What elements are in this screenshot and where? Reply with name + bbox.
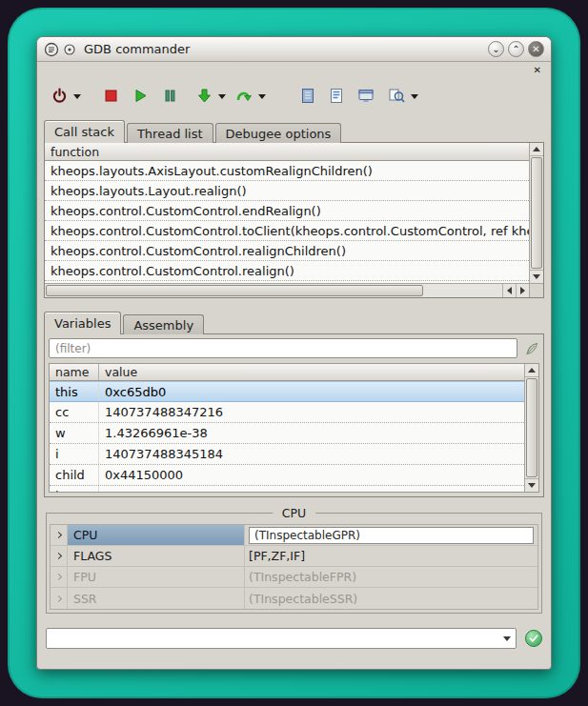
stack-frame-row[interactable]: kheops.control.CustomControl.toClient(kh… (45, 221, 529, 241)
memory-viewer-button[interactable] (355, 83, 377, 108)
scroll-up-icon[interactable] (525, 364, 538, 377)
call-stack-header: function (45, 143, 529, 161)
gdb-command-input[interactable] (47, 629, 498, 648)
cpu-row-fpu[interactable]: FPU (TInspectableFPR) (51, 567, 537, 588)
filter-input[interactable] (49, 338, 517, 358)
register-group-value: (TInspectableFPR) (245, 567, 537, 587)
scroll-down-icon[interactable] (525, 478, 538, 492)
expand-icon[interactable] (51, 588, 68, 609)
variable-row[interactable]: b 1.43266961e-38 (50, 486, 524, 492)
window-controls: ⌄ ⌃ ✕ (488, 41, 544, 57)
step-into-icon (196, 88, 213, 104)
watch-inspector-button[interactable] (385, 83, 408, 108)
variable-name: child (50, 465, 99, 485)
cpu-row-gpr[interactable]: CPU (TInspectableGPR) (51, 525, 537, 546)
variables-vertical-scrollbar[interactable] (524, 364, 538, 492)
expand-icon[interactable] (51, 525, 68, 545)
command-bar (46, 628, 542, 649)
variables-tabbar: Variables Assembly (37, 312, 551, 334)
watch-inspector-icon (388, 88, 405, 104)
step-into-dropdown-icon[interactable] (218, 94, 226, 99)
step-over-icon (235, 88, 253, 104)
expand-icon[interactable] (51, 546, 68, 566)
variable-name: i (50, 444, 99, 464)
pause-icon (162, 88, 178, 104)
scroll-right-icon[interactable] (516, 284, 529, 297)
call-stack-horizontal-scrollbar[interactable] (45, 283, 529, 297)
register-group-name[interactable]: FPU (68, 567, 245, 587)
instruction-list-icon (329, 88, 344, 104)
titlebar: GDB commander ⌄ ⌃ ✕ (37, 37, 551, 62)
run-button[interactable] (130, 83, 152, 108)
cpu-row-flags[interactable]: FLAGS [PF,ZF,IF] (51, 546, 537, 567)
stack-frame-row[interactable]: kheops.control.CustomControl.endRealign(… (45, 201, 529, 221)
stop-button[interactable] (100, 83, 122, 108)
cpu-row-ssr[interactable]: SSR (TInspectableSSR) (51, 588, 537, 609)
register-group-value: [PF,ZF,IF] (245, 546, 537, 566)
debug-toolbar (37, 78, 551, 112)
scroll-left-icon[interactable] (502, 284, 516, 297)
name-column-header[interactable]: name (50, 364, 99, 380)
watch-inspector-dropdown-icon[interactable] (411, 94, 418, 99)
scroll-up-icon[interactable] (530, 143, 543, 156)
tab-assembly[interactable]: Assembly (123, 314, 204, 334)
close-button[interactable]: ✕ (528, 41, 544, 57)
instruction-list-button[interactable] (326, 83, 347, 108)
run-icon (132, 88, 149, 104)
variable-row[interactable]: this 0xc65db0 (50, 381, 524, 402)
panel-close-icon[interactable]: ✕ (534, 66, 541, 75)
output-document-icon (300, 88, 315, 104)
value-column-header[interactable]: value (99, 364, 143, 380)
register-group-name[interactable]: CPU (68, 525, 245, 545)
variable-row[interactable]: w 1.43266961e-38 (50, 423, 524, 444)
dock-strip: ✕ (37, 62, 551, 78)
call-stack-panel: function kheops.layouts.AxisLayout.custo… (44, 142, 544, 298)
clear-filter-icon[interactable] (524, 341, 539, 356)
pause-button[interactable] (159, 83, 181, 108)
send-command-ok-icon[interactable] (525, 630, 542, 647)
maximize-button[interactable]: ⌃ (508, 41, 524, 57)
stop-icon (103, 88, 119, 104)
scroll-thumb[interactable] (531, 157, 542, 269)
minimize-button[interactable]: ⌄ (488, 41, 504, 57)
scroll-thumb[interactable] (526, 378, 537, 477)
teal-frame: GDB commander ⌄ ⌃ ✕ ✕ (8, 8, 580, 698)
stack-tabbar: Call stack Thread list Debugee options (37, 120, 551, 143)
combo-dropdown-icon[interactable] (498, 629, 516, 648)
stack-frame-row[interactable]: kheops.control.CustomControl.realignChil… (45, 241, 529, 261)
variable-row[interactable]: child 0x44150000 (50, 465, 524, 486)
call-stack-vertical-scrollbar[interactable] (529, 143, 543, 283)
tab-debugee-options[interactable]: Debugee options (215, 123, 342, 143)
step-over-dropdown-icon[interactable] (258, 94, 266, 99)
register-group-name[interactable]: SSR (68, 588, 245, 609)
cpu-group-title: CPU (273, 506, 315, 520)
expand-icon[interactable] (51, 567, 68, 587)
power-dropdown-icon[interactable] (73, 94, 81, 99)
variable-row[interactable]: i 140737488345184 (50, 444, 524, 465)
call-stack-table: function kheops.layouts.AxisLayout.custo… (45, 143, 529, 283)
variable-value: 1.43266961e-38 (99, 486, 213, 492)
register-group-name[interactable]: FLAGS (68, 546, 245, 566)
variable-name: this (50, 382, 99, 401)
stack-frame-row[interactable]: kheops.layouts.Layout.realign() (45, 181, 529, 201)
variable-row[interactable]: cc 140737488347216 (50, 402, 524, 423)
register-value-editor[interactable]: (TInspectableGPR) (249, 527, 534, 544)
step-into-button[interactable] (193, 83, 215, 108)
tab-thread-list[interactable]: Thread list (127, 123, 213, 143)
variables-panel: name value this 0xc65db0 cc 140737488347… (44, 333, 544, 497)
gdb-command-combobox[interactable] (46, 628, 517, 649)
cpu-register-table: CPU (TInspectableGPR) FLAGS [PF,ZF,IF] F… (50, 524, 538, 610)
power-button[interactable] (49, 83, 71, 108)
stack-frame-row[interactable]: kheops.control.CustomControl.realign() (45, 261, 529, 281)
tab-call-stack[interactable]: Call stack (44, 120, 125, 143)
variable-name: b (50, 486, 99, 492)
window-menu-icon[interactable] (64, 44, 75, 55)
function-column-header[interactable]: function (45, 143, 105, 160)
tab-variables[interactable]: Variables (44, 312, 121, 334)
scroll-thumb[interactable] (46, 285, 423, 296)
scroll-down-icon[interactable] (530, 270, 543, 283)
stack-frame-row[interactable]: kheops.layouts.AxisLayout.customRealignC… (45, 161, 529, 181)
show-output-button[interactable] (297, 83, 318, 108)
step-over-button[interactable] (233, 83, 255, 108)
variable-value: 140737488345184 (99, 444, 229, 464)
